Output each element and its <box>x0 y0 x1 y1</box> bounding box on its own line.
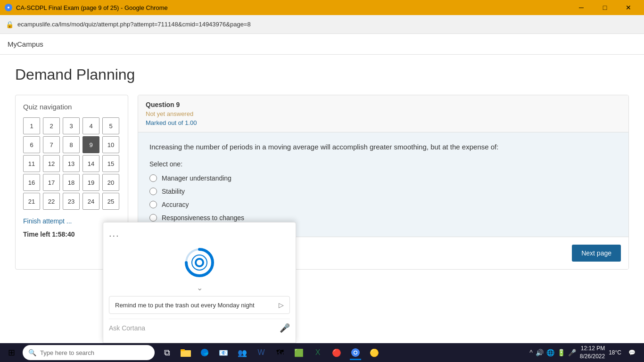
chrome-taskbar-icon[interactable] <box>347 344 364 361</box>
nav-grid: 1234567891011121314151617181920212223242… <box>23 117 120 210</box>
radio-opt3[interactable] <box>149 201 157 208</box>
question-label: Question <box>146 101 174 108</box>
navbar: MyCampus <box>0 34 644 55</box>
clock-time: 12:12 PM <box>580 345 605 353</box>
outlook-icon[interactable]: 📧 <box>215 344 232 361</box>
nav-button-10[interactable]: 10 <box>102 136 119 153</box>
word-icon[interactable]: W <box>253 344 270 361</box>
notification-button[interactable]: 💬 <box>625 346 638 359</box>
clock[interactable]: 12:12 PM 8/26/2022 <box>580 345 605 361</box>
page-title: Demand Planning <box>15 66 629 83</box>
nav-button-16[interactable]: 16 <box>23 174 40 191</box>
nav-button-22[interactable]: 22 <box>43 193 60 210</box>
window-controls: ─ □ ✕ <box>570 0 639 15</box>
question-header: Question 9 Not yet answered Marked out o… <box>138 95 628 132</box>
app2-icon[interactable]: 🔴 <box>328 344 345 361</box>
radio-opt2[interactable] <box>149 188 157 195</box>
option-opt4: Responsiveness to changes <box>149 214 617 222</box>
taskbar: ⊞ 🔍 Type here to search ⧉ 📧 👥 W 🗺 🟩 X 🔴 … <box>0 343 644 362</box>
teams-icon[interactable]: 👥 <box>234 344 251 361</box>
task-view-button[interactable]: ⧉ <box>158 344 175 361</box>
minimize-button[interactable]: ─ <box>570 0 592 15</box>
radio-opt4[interactable] <box>149 214 157 222</box>
cortana-ask-text[interactable]: Ask Cortana <box>109 324 145 332</box>
maps-icon[interactable]: 🗺 <box>272 344 289 361</box>
page-content: Demand Planning Quiz navigation 12345678… <box>0 55 644 343</box>
option-opt3: Accuracy <box>149 201 617 208</box>
nav-button-23[interactable]: 23 <box>63 193 80 210</box>
taskbar-search[interactable]: 🔍 Type here to search <box>23 345 155 360</box>
time-label: Time left <box>23 230 50 238</box>
maximize-button[interactable]: □ <box>594 0 616 15</box>
nav-button-6[interactable]: 6 <box>23 136 40 153</box>
cortana-input-area: Ask Cortana 🎤 <box>109 319 290 337</box>
speaker-icon[interactable]: 🔊 <box>536 349 544 356</box>
excel-icon[interactable]: X <box>309 344 326 361</box>
marks-value: 1.00 <box>185 119 197 126</box>
taskbar-right: ^ 🔊 🌐 🔋 🎤 12:12 PM 8/26/2022 18°C 💬 <box>529 345 644 361</box>
nav-button-7[interactable]: 7 <box>43 136 60 153</box>
option-opt2: Stability <box>149 188 617 195</box>
cortana-ring-svg <box>183 246 216 279</box>
cortana-mic-icon[interactable]: 🎤 <box>280 323 290 333</box>
radio-opt1[interactable] <box>149 174 157 182</box>
cortana-chevron[interactable]: ⌄ <box>109 283 290 292</box>
search-icon: 🔍 <box>28 349 36 356</box>
nav-button-14[interactable]: 14 <box>83 155 99 172</box>
cortana-logo-area <box>109 244 290 281</box>
file-explorer-icon[interactable] <box>177 344 194 361</box>
window-title: CA-SCDPL Final Exam (page 9 of 25) - Goo… <box>16 4 168 11</box>
close-button[interactable]: ✕ <box>618 0 639 15</box>
suggestion-arrow-icon: ▷ <box>279 301 284 309</box>
battery-icon[interactable]: 🔋 <box>557 349 565 356</box>
option-label-opt4[interactable]: Responsiveness to changes <box>162 214 244 222</box>
nav-button-24[interactable]: 24 <box>83 193 99 210</box>
mic-tray-icon[interactable]: 🎤 <box>568 349 576 356</box>
nav-button-18[interactable]: 18 <box>63 174 80 191</box>
nav-button-13[interactable]: 13 <box>63 155 80 172</box>
svg-point-1 <box>8 7 9 8</box>
cortana-suggestion[interactable]: Remind me to put the trash out every Mon… <box>109 296 290 314</box>
nav-button-1[interactable]: 1 <box>23 117 40 134</box>
next-page-button[interactable]: Next page <box>572 245 621 262</box>
nav-button-15[interactable]: 15 <box>102 155 119 172</box>
url-text[interactable]: ecampuslife.ca/lms/mod/quiz/attempt.php?… <box>17 21 251 28</box>
nav-button-12[interactable]: 12 <box>43 155 60 172</box>
marks-label: Marked out of <box>146 119 183 126</box>
nav-button-11[interactable]: 11 <box>23 155 40 172</box>
nav-button-17[interactable]: 17 <box>43 174 60 191</box>
option-label-opt3[interactable]: Accuracy <box>162 201 189 208</box>
nav-button-20[interactable]: 20 <box>102 174 119 191</box>
nav-button-21[interactable]: 21 <box>23 193 40 210</box>
nav-button-9[interactable]: 9 <box>83 136 99 153</box>
option-opt1: Manager understanding <box>149 174 617 182</box>
nav-button-2[interactable]: 2 <box>43 117 60 134</box>
app3-icon[interactable]: 🟡 <box>366 344 383 361</box>
option-label-opt2[interactable]: Stability <box>162 188 185 195</box>
nav-button-4[interactable]: 4 <box>83 117 99 134</box>
windows-icon: ⊞ <box>8 347 15 358</box>
question-num: 9 <box>176 101 180 108</box>
nav-button-19[interactable]: 19 <box>83 174 99 191</box>
nav-button-8[interactable]: 8 <box>63 136 80 153</box>
nav-button-5[interactable]: 5 <box>102 117 119 134</box>
titlebar-left: CA-SCDPL Final Exam (page 9 of 25) - Goo… <box>5 4 168 11</box>
search-placeholder-text: Type here to search <box>40 349 94 356</box>
option-label-opt1[interactable]: Manager understanding <box>162 174 231 182</box>
start-button[interactable]: ⊞ <box>0 343 23 362</box>
question-number: Question 9 <box>146 101 621 108</box>
nav-button-25[interactable]: 25 <box>102 193 119 210</box>
brand-link[interactable]: MyCampus <box>8 40 43 48</box>
question-marks: Marked out of 1.00 <box>146 119 621 126</box>
options-container: Manager understanding Stability Accuracy… <box>149 174 617 222</box>
question-text: Increasing the number of periods in a mo… <box>149 142 617 153</box>
network-icon[interactable]: 🌐 <box>546 349 554 356</box>
app1-icon[interactable]: 🟩 <box>290 344 307 361</box>
nav-button-3[interactable]: 3 <box>63 117 80 134</box>
quiz-nav-title: Quiz navigation <box>23 103 120 111</box>
select-one-label: Select one: <box>149 160 617 168</box>
svg-point-10 <box>355 352 357 354</box>
chevron-up-icon[interactable]: ^ <box>529 349 533 356</box>
cortana-popup: ... ⌄ Remind me to put the trash out eve… <box>103 222 296 343</box>
edge-icon[interactable] <box>196 344 213 361</box>
